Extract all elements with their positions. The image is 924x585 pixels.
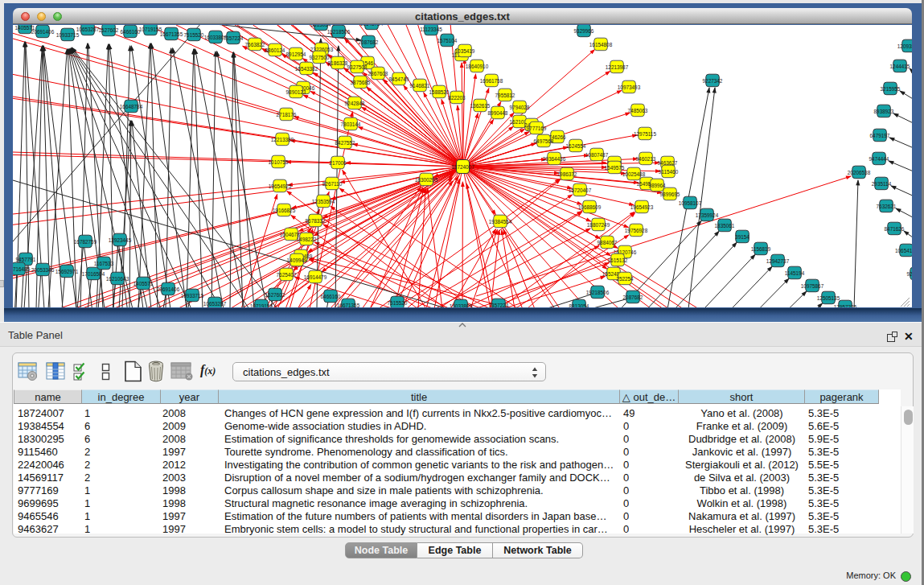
svg-text:7625402: 7625402 <box>277 272 297 278</box>
svg-text:16033809: 16033809 <box>450 303 473 308</box>
svg-text:7663822: 7663822 <box>245 42 265 47</box>
svg-text:1409949: 1409949 <box>287 257 307 263</box>
svg-text:15692971: 15692971 <box>55 269 79 274</box>
svg-text:9777169: 9777169 <box>527 126 547 131</box>
svg-text:9794028: 9794028 <box>510 105 530 110</box>
svg-text:19756928: 19756928 <box>625 228 648 233</box>
svg-text:1527602: 1527602 <box>265 292 285 298</box>
svg-text:19654925: 19654925 <box>269 183 292 189</box>
svg-text:9327500: 9327500 <box>310 55 330 60</box>
svg-text:1167533: 1167533 <box>94 261 114 266</box>
svg-text:7632621: 7632621 <box>877 204 897 209</box>
svg-text:9890123: 9890123 <box>286 89 306 95</box>
svg-text:11123345: 11123345 <box>420 27 442 32</box>
svg-text:7803144: 7803144 <box>341 122 361 127</box>
svg-text:16543382: 16543382 <box>295 66 318 72</box>
svg-text:2087682: 2087682 <box>623 295 643 300</box>
svg-text:8813054: 8813054 <box>569 303 589 308</box>
svg-text:10933715: 10933715 <box>181 293 204 299</box>
svg-text:7357224: 7357224 <box>489 303 509 308</box>
svg-text:9227342: 9227342 <box>703 78 723 84</box>
svg-text:6479197: 6479197 <box>870 133 890 138</box>
svg-text:8454749: 8454749 <box>389 76 409 82</box>
svg-text:1615132: 1615132 <box>608 257 628 263</box>
svg-text:12213987: 12213987 <box>606 64 629 70</box>
svg-text:18300295: 18300295 <box>415 177 438 183</box>
svg-text:10958107: 10958107 <box>679 200 702 206</box>
svg-text:2867608: 2867608 <box>368 71 388 76</box>
svg-text:9327508: 9327508 <box>347 64 368 70</box>
svg-text:2718176: 2718176 <box>277 112 297 117</box>
svg-text:18807249: 18807249 <box>587 222 610 228</box>
svg-text:15716485: 15716485 <box>13 266 31 272</box>
svg-text:20691406: 20691406 <box>31 29 55 35</box>
svg-text:17016504: 17016504 <box>82 271 105 277</box>
svg-text:8427552: 8427552 <box>335 140 355 146</box>
svg-text:12353594: 12353594 <box>312 199 335 204</box>
svg-text:7955812: 7955812 <box>495 93 515 98</box>
svg-text:9115460: 9115460 <box>659 169 679 175</box>
svg-text:8678332: 8678332 <box>306 218 326 224</box>
svg-text:18724007: 18724007 <box>451 164 474 170</box>
svg-text:822203: 822203 <box>448 95 466 101</box>
svg-text:10975867: 10975867 <box>801 283 824 289</box>
svg-text:18640910: 18640910 <box>466 64 489 69</box>
svg-text:1588520: 1588520 <box>429 89 450 95</box>
svg-text:6466160: 6466160 <box>321 294 341 299</box>
svg-text:12975115: 12975115 <box>634 131 656 137</box>
svg-text:16782759: 16782759 <box>74 239 97 245</box>
svg-text:16210643: 16210643 <box>106 276 129 282</box>
svg-text:16914479: 16914479 <box>304 274 327 280</box>
svg-text:10933715: 10933715 <box>56 32 80 38</box>
svg-text:2087682: 2087682 <box>359 39 379 45</box>
svg-text:7515520: 7515520 <box>184 32 204 38</box>
svg-text:3215955: 3215955 <box>881 86 901 92</box>
svg-text:39154: 39154 <box>735 234 749 240</box>
svg-text:8471626: 8471626 <box>885 226 905 232</box>
svg-text:16671355: 16671355 <box>337 303 360 308</box>
svg-text:1498222: 1498222 <box>297 237 317 242</box>
svg-text:20691406: 20691406 <box>157 286 180 292</box>
svg-text:16961758: 16961758 <box>480 78 503 84</box>
svg-text:20206538: 20206538 <box>848 170 871 175</box>
svg-text:1010755: 1010755 <box>269 159 289 165</box>
svg-text:19218506: 19218506 <box>327 29 351 35</box>
svg-text:2935114: 2935114 <box>872 181 892 187</box>
svg-text:989964: 989964 <box>648 183 666 188</box>
svg-text:217006: 217006 <box>329 160 347 166</box>
svg-text:19384554: 19384554 <box>489 219 512 225</box>
svg-text:9329966: 9329966 <box>574 28 594 34</box>
svg-text:15720407: 15720407 <box>569 187 592 193</box>
svg-text:3875685: 3875685 <box>351 80 371 85</box>
svg-text:8912954: 8912954 <box>286 51 306 57</box>
svg-text:252254: 252254 <box>616 276 634 282</box>
svg-text:12942737: 12942737 <box>766 258 790 264</box>
svg-text:6497568: 6497568 <box>534 138 554 144</box>
svg-text:12923445: 12923445 <box>109 237 132 243</box>
svg-text:9146821: 9146821 <box>410 83 430 89</box>
svg-text:1624554: 1624554 <box>566 143 586 149</box>
svg-text:7485063: 7485063 <box>628 108 648 113</box>
svg-text:6466160: 6466160 <box>121 29 141 35</box>
svg-text:17957225: 17957225 <box>834 304 857 308</box>
svg-text:12505135: 12505135 <box>817 295 840 301</box>
svg-text:8938923: 8938923 <box>874 109 894 114</box>
svg-text:1405571: 1405571 <box>133 281 154 286</box>
svg-text:10025488: 10025488 <box>622 171 646 177</box>
svg-text:16648784: 16648784 <box>120 104 143 109</box>
svg-text:1835061: 1835061 <box>715 223 735 229</box>
svg-text:16648784: 16648784 <box>360 25 384 27</box>
svg-text:10719155: 10719155 <box>139 27 162 32</box>
svg-text:1145194: 1145194 <box>785 270 805 276</box>
svg-text:19218506: 19218506 <box>586 290 610 295</box>
svg-text:12213389: 12213389 <box>271 137 294 142</box>
svg-text:9884067: 9884067 <box>598 240 618 245</box>
svg-text:1244415: 1244415 <box>890 64 910 69</box>
svg-text:17359924: 17359924 <box>696 212 719 218</box>
svg-text:9899695: 9899695 <box>660 192 680 197</box>
svg-text:19166825: 19166825 <box>273 208 296 213</box>
svg-text:9474444: 9474444 <box>869 156 889 162</box>
svg-text:8267110: 8267110 <box>322 181 343 187</box>
svg-text:7986372: 7986372 <box>557 171 577 177</box>
svg-text:16671355: 16671355 <box>160 31 183 37</box>
